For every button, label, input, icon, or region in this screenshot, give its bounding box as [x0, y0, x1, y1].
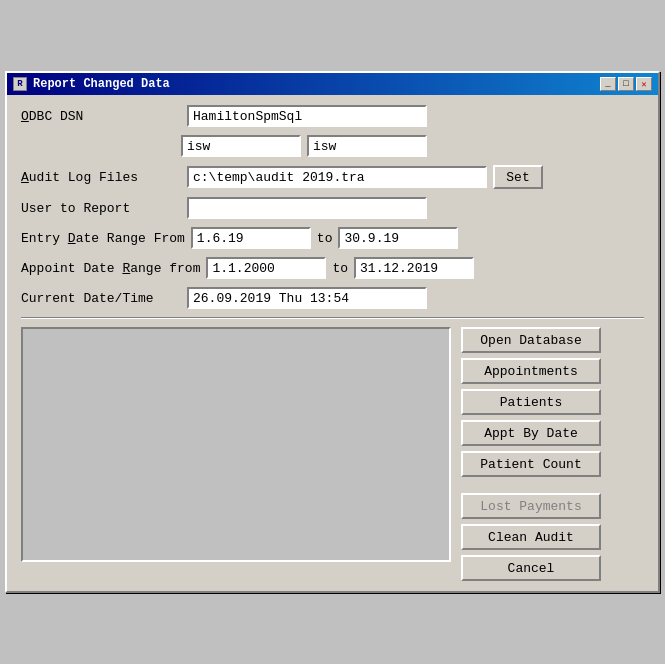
datetime-row: Current Date/Time: [21, 287, 644, 309]
set-button[interactable]: Set: [493, 165, 543, 189]
user-row: User to Report: [21, 197, 644, 219]
patients-button[interactable]: Patients: [461, 389, 601, 415]
open-database-button[interactable]: Open Database: [461, 327, 601, 353]
appt-date-row: Appoint Date Range from to: [21, 257, 644, 279]
button-panel: Open Database Appointments Patients Appt…: [461, 327, 601, 581]
output-area: [21, 327, 451, 562]
entry-to-label: to: [317, 231, 333, 246]
title-bar: R Report Changed Data _ □ ✕: [7, 73, 658, 95]
audit-row: Audit Log Files Set: [21, 165, 644, 189]
clean-audit-button[interactable]: Clean Audit: [461, 524, 601, 550]
isw2-input[interactable]: [307, 135, 427, 157]
lost-payments-button: Lost Payments: [461, 493, 601, 519]
audit-label: Audit Log Files: [21, 170, 181, 185]
appt-to-label: to: [332, 261, 348, 276]
odbc-input[interactable]: [187, 105, 427, 127]
close-button[interactable]: ✕: [636, 77, 652, 91]
appt-to-input[interactable]: [354, 257, 474, 279]
audit-input[interactable]: [187, 166, 487, 188]
window-content: ODBC DSN Audit Log Files Set User to Rep…: [7, 95, 658, 591]
patient-count-button[interactable]: Patient Count: [461, 451, 601, 477]
odbc-row: ODBC DSN: [21, 105, 644, 127]
isw1-input[interactable]: [181, 135, 301, 157]
entry-to-input[interactable]: [338, 227, 458, 249]
main-window: R Report Changed Data _ □ ✕ ODBC DSN Aud…: [5, 71, 660, 593]
entry-date-row: Entry Date Range From to: [21, 227, 644, 249]
main-section: Open Database Appointments Patients Appt…: [21, 327, 644, 581]
appt-from-input[interactable]: [206, 257, 326, 279]
button-spacer: [461, 482, 601, 488]
appt-by-date-button[interactable]: Appt By Date: [461, 420, 601, 446]
appt-date-label: Appoint Date Range from: [21, 261, 200, 276]
cancel-button[interactable]: Cancel: [461, 555, 601, 581]
minimize-button[interactable]: _: [600, 77, 616, 91]
entry-date-label: Entry Date Range From: [21, 231, 185, 246]
user-label: User to Report: [21, 201, 181, 216]
title-buttons: _ □ ✕: [600, 77, 652, 91]
window-title: Report Changed Data: [33, 77, 170, 91]
entry-from-input[interactable]: [191, 227, 311, 249]
user-input[interactable]: [187, 197, 427, 219]
divider: [21, 317, 644, 319]
isw-row: [181, 135, 644, 157]
datetime-label: Current Date/Time: [21, 291, 181, 306]
maximize-button[interactable]: □: [618, 77, 634, 91]
datetime-input[interactable]: [187, 287, 427, 309]
window-icon: R: [13, 77, 27, 91]
odbc-label: ODBC DSN: [21, 109, 181, 124]
appointments-button[interactable]: Appointments: [461, 358, 601, 384]
title-bar-left: R Report Changed Data: [13, 77, 170, 91]
